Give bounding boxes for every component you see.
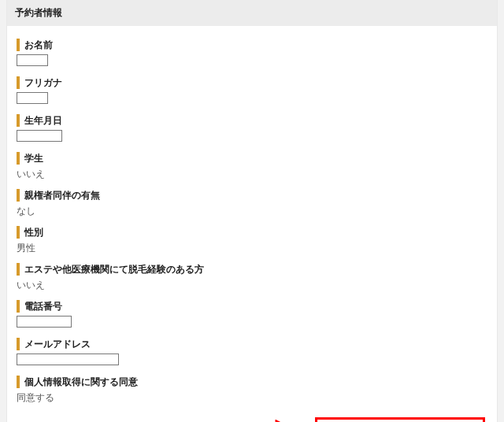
- furigana-label: フリガナ: [17, 76, 487, 89]
- email-label: メールアドレス: [17, 338, 487, 350]
- dob-value-redacted: [17, 130, 62, 142]
- email-value-redacted: [17, 354, 119, 365]
- phone-value-redacted: [17, 316, 72, 328]
- gender-label: 性別: [17, 226, 487, 239]
- consent-label: 個人情報取得に関する同意: [17, 376, 487, 388]
- guardian-label: 親権者同伴の有無: [17, 189, 487, 202]
- experience-value: いいえ: [17, 279, 487, 292]
- guardian-value: なし: [17, 205, 487, 218]
- name-label: お名前: [17, 39, 487, 51]
- phone-label: 電話番号: [17, 300, 487, 313]
- gender-value: 男性: [17, 242, 487, 255]
- reservation-info-panel: 予約者情報 お名前 フリガナ 生年月日 学生 いいえ 親権者同伴の有無 なし: [6, 0, 498, 422]
- furigana-value-redacted: [17, 92, 48, 104]
- dob-label: 生年月日: [17, 114, 487, 127]
- student-label: 学生: [17, 152, 487, 165]
- name-value-redacted: [17, 54, 48, 66]
- student-value: いいえ: [17, 168, 487, 181]
- section-title: 予約者情報: [7, 0, 497, 26]
- consent-value: 同意する: [17, 391, 487, 405]
- experience-label: エステや他医療機関にて脱毛経験のある方: [17, 263, 487, 276]
